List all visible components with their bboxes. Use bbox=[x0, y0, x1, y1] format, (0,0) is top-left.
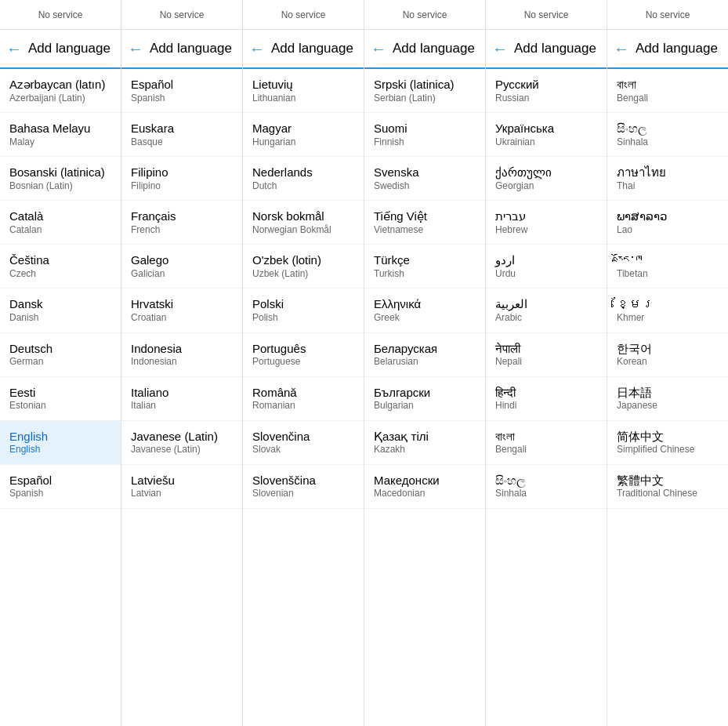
list-item[interactable]: FrançaisFrench bbox=[121, 201, 242, 245]
panels-container: ←Add languageAzərbaycan (latın)Azerbaija… bbox=[0, 30, 728, 726]
lang-name: Беларуская bbox=[374, 341, 476, 357]
lang-name: ខ្មែរ bbox=[617, 296, 719, 312]
lang-list-3: Srpski (latinica)Serbian (Latin)SuomiFin… bbox=[364, 69, 485, 726]
list-item[interactable]: ΕλληνικάGreek bbox=[364, 289, 485, 332]
list-item[interactable]: O'zbek (lotin)Uzbek (Latin) bbox=[243, 245, 364, 289]
lang-sub: German bbox=[9, 356, 111, 368]
list-item[interactable]: RomânăRomanian bbox=[243, 377, 364, 421]
list-item[interactable]: БългарскиBulgarian bbox=[364, 377, 485, 421]
list-item[interactable]: NederlandsDutch bbox=[243, 157, 364, 201]
list-item[interactable]: 繁體中文Traditional Chinese bbox=[607, 465, 728, 509]
back-arrow-3[interactable]: ← bbox=[371, 40, 386, 58]
list-item[interactable]: БеларускаяBelarusian bbox=[364, 333, 485, 377]
list-item[interactable]: Bosanski (latinica)Bosnian (Latin) bbox=[0, 157, 121, 201]
list-item[interactable]: SlovenščinaSlovenian bbox=[243, 465, 364, 509]
lang-name: Hrvatski bbox=[131, 296, 233, 312]
lang-name: Español bbox=[9, 473, 111, 488]
list-item[interactable]: CatalàCatalan bbox=[0, 201, 121, 245]
list-item[interactable]: ខ្មែរKhmer bbox=[607, 289, 728, 332]
list-item[interactable]: עבריתHebrew bbox=[486, 201, 607, 245]
lang-name: Čeština bbox=[9, 252, 111, 268]
lang-name: 日本語 bbox=[617, 385, 719, 401]
list-item[interactable]: DanskDanish bbox=[0, 289, 121, 332]
list-item[interactable]: IndonesiaIndonesian bbox=[121, 333, 242, 377]
lang-name: සිංහල bbox=[617, 121, 719, 136]
list-item[interactable]: EspañolSpanish bbox=[121, 69, 242, 113]
list-item[interactable]: 简体中文Simplified Chinese bbox=[607, 421, 728, 465]
lang-name: Română bbox=[252, 385, 354, 401]
back-arrow-0[interactable]: ← bbox=[6, 40, 22, 58]
lang-list-1: EspañolSpanishEuskaraBasqueFilipinoFilip… bbox=[121, 69, 242, 726]
list-item[interactable]: HrvatskiCroatian bbox=[121, 289, 242, 332]
lang-sub: Javanese (Latin) bbox=[131, 444, 233, 456]
lang-name: සිංහල bbox=[495, 473, 597, 488]
list-item[interactable]: ČeštinaCzech bbox=[0, 245, 121, 289]
back-arrow-5[interactable]: ← bbox=[614, 40, 629, 58]
panel-2: ←Add languageLietuviųLithuanianMagyarHun… bbox=[243, 30, 364, 726]
list-item[interactable]: සිංහලSinhala bbox=[607, 113, 728, 157]
list-item[interactable]: ItalianoItalian bbox=[121, 377, 242, 421]
list-item[interactable]: རྫོང་ཁTibetan bbox=[607, 245, 728, 289]
list-item[interactable]: УкраїнськаUkrainian bbox=[486, 113, 607, 157]
lang-sub: Portuguese bbox=[252, 356, 354, 368]
list-item[interactable]: Norsk bokmålNorwegian Bokmål bbox=[243, 201, 364, 245]
back-arrow-4[interactable]: ← bbox=[492, 40, 508, 58]
list-item[interactable]: ພາສາລາວLao bbox=[607, 201, 728, 245]
list-item[interactable]: FilipinoFilipino bbox=[121, 157, 242, 201]
list-item[interactable]: Azərbaycan (latın)Azerbaijani (Latin) bbox=[0, 69, 121, 113]
list-item[interactable]: PolskiPolish bbox=[243, 289, 364, 332]
list-item[interactable]: العربيةArabic bbox=[486, 289, 607, 332]
list-item[interactable]: SlovenčinaSlovak bbox=[243, 421, 364, 465]
lang-name: 한국어 bbox=[617, 341, 719, 357]
list-item[interactable]: 한국어Korean bbox=[607, 333, 728, 377]
list-item[interactable]: LatviešuLatvian bbox=[121, 465, 242, 509]
lang-sub: Tibetan bbox=[617, 268, 719, 281]
lang-sub: Thai bbox=[617, 180, 719, 193]
list-item[interactable]: DeutschGerman bbox=[0, 333, 121, 377]
list-item[interactable]: Tiếng ViệtVietnamese bbox=[364, 201, 485, 245]
lang-name: ภาษาไทย bbox=[617, 165, 719, 180]
lang-sub: Danish bbox=[9, 312, 111, 325]
list-item[interactable]: SuomiFinnish bbox=[364, 113, 485, 157]
list-item[interactable]: বাংলাBengali bbox=[607, 69, 728, 113]
lang-sub: Russian bbox=[495, 93, 597, 105]
panel-1: ←Add languageEspañolSpanishEuskaraBasque… bbox=[121, 30, 243, 726]
list-item[interactable]: සිංහලSinhala bbox=[486, 465, 607, 509]
list-item[interactable]: বাংলাBengali bbox=[486, 421, 607, 465]
list-item[interactable]: TürkçeTurkish bbox=[364, 245, 485, 289]
list-item[interactable]: SvenskaSwedish bbox=[364, 157, 485, 201]
panel-3: ←Add languageSrpski (latinica)Serbian (L… bbox=[364, 30, 486, 726]
list-item[interactable]: МакедонскиMacedonian bbox=[364, 465, 485, 509]
lang-name: Español bbox=[131, 77, 233, 93]
list-item[interactable]: GalegoGalician bbox=[121, 245, 242, 289]
lang-sub: Traditional Chinese bbox=[617, 488, 719, 500]
list-item[interactable]: Bahasa MelayuMalay bbox=[0, 113, 121, 157]
list-item[interactable]: PortuguêsPortuguese bbox=[243, 333, 364, 377]
list-item[interactable]: MagyarHungarian bbox=[243, 113, 364, 157]
panel-title-4: Add language bbox=[514, 41, 596, 56]
list-item[interactable]: EnglishEnglish bbox=[0, 421, 121, 465]
lang-name: العربية bbox=[495, 296, 597, 312]
lang-name: English bbox=[9, 429, 111, 445]
list-item[interactable]: اردوUrdu bbox=[486, 245, 607, 289]
list-item[interactable]: 日本語Japanese bbox=[607, 377, 728, 421]
list-item[interactable]: हिन्दीHindi bbox=[486, 377, 607, 421]
list-item[interactable]: РусскийRussian bbox=[486, 69, 607, 113]
list-item[interactable]: Javanese (Latin)Javanese (Latin) bbox=[121, 421, 242, 465]
list-item[interactable]: LietuviųLithuanian bbox=[243, 69, 364, 113]
list-item[interactable]: ภาษาไทยThai bbox=[607, 157, 728, 201]
lang-sub: Norwegian Bokmål bbox=[252, 224, 354, 237]
panel-header-0: ←Add language bbox=[0, 30, 121, 69]
lang-sub: Serbian (Latin) bbox=[374, 93, 476, 105]
list-item[interactable]: Қазақ тіліKazakh bbox=[364, 421, 485, 465]
list-item[interactable]: EuskaraBasque bbox=[121, 113, 242, 157]
panel-title-1: Add language bbox=[150, 41, 232, 56]
list-item[interactable]: EestiEstonian bbox=[0, 377, 121, 421]
list-item[interactable]: Srpski (latinica)Serbian (Latin) bbox=[364, 69, 485, 113]
list-item[interactable]: ქართულიGeorgian bbox=[486, 157, 607, 201]
back-arrow-1[interactable]: ← bbox=[128, 40, 143, 58]
list-item[interactable]: EspañolSpanish bbox=[0, 465, 121, 509]
lang-sub: Romanian bbox=[252, 400, 354, 412]
list-item[interactable]: नेपालीNepali bbox=[486, 333, 607, 377]
back-arrow-2[interactable]: ← bbox=[249, 40, 265, 58]
